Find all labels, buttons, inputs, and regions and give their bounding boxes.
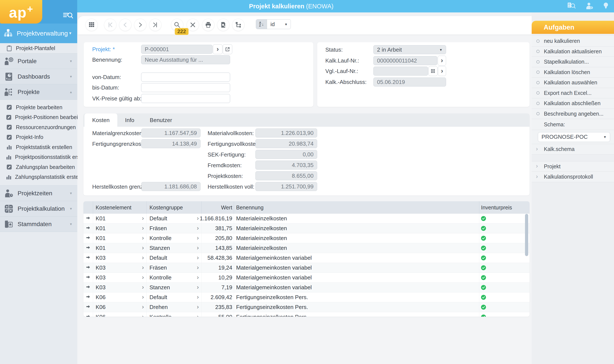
- goto-arrow-icon[interactable]: [86, 304, 90, 311]
- chevron-right-icon[interactable]: ›: [197, 264, 199, 271]
- print-preview-button[interactable]: [217, 19, 229, 31]
- table-header-benennung[interactable]: Benennung: [234, 201, 479, 214]
- chevron-right-icon[interactable]: ›: [197, 304, 199, 310]
- table-header-inventurpreis[interactable]: Inventurpreis: [479, 201, 524, 214]
- benennung-field[interactable]: Neue Ausstattung für ...: [141, 55, 230, 64]
- sidebar-item-projekt-plantafel[interactable]: Projekt-Plantafel: [0, 43, 77, 53]
- vgl-lauf-lookup-button[interactable]: ›: [438, 66, 446, 76]
- sidebar-item-projekt-info[interactable]: Projekt-Info: [0, 132, 77, 143]
- last-record-button[interactable]: [149, 19, 161, 31]
- task-kalkulation-loeschen[interactable]: Kalkulation löschen: [532, 67, 614, 78]
- goto-arrow-icon[interactable]: [86, 264, 90, 271]
- projektkosten-field[interactable]: 8.655,00: [255, 171, 317, 180]
- tab-info[interactable]: Info: [117, 114, 142, 127]
- table-row[interactable]: K03› Kontrolle› 10,29 Materialgemeinkost…: [84, 273, 530, 283]
- sidebar-group-projektzeiten[interactable]: Projektzeiten ▼: [0, 186, 77, 201]
- chevron-right-icon[interactable]: ›: [197, 225, 199, 231]
- chevron-right-icon[interactable]: ›: [197, 294, 199, 300]
- sek-fertigung-field[interactable]: 0,00: [255, 150, 317, 159]
- bis-datum-field[interactable]: [141, 83, 230, 92]
- chevron-right-icon[interactable]: ›: [197, 235, 199, 241]
- module-header[interactable]: Projektverwaltung ▼: [0, 24, 77, 43]
- chevron-right-icon[interactable]: ›: [142, 264, 144, 271]
- vgl-lauf-field[interactable]: [373, 66, 428, 76]
- task-neu-kalkulieren[interactable]: neu kalkulieren: [532, 36, 614, 46]
- table-header-kostengruppe[interactable]: Kostengruppe: [147, 201, 202, 214]
- herstellkosten-voll-field[interactable]: 1.251.700,99: [255, 182, 317, 191]
- kalk-lauf-lookup-button[interactable]: ›: [438, 56, 446, 65]
- goto-arrow-icon[interactable]: [86, 215, 90, 222]
- chevron-right-icon[interactable]: ›: [197, 274, 199, 280]
- chevron-right-icon[interactable]: ›: [142, 284, 144, 290]
- chevron-right-icon[interactable]: ›: [197, 245, 199, 251]
- projekt-field[interactable]: P-000001: [141, 45, 212, 54]
- table-row[interactable]: K01› Fräsen› 381,75 Materialeinzelkosten: [84, 223, 530, 234]
- table-header-kostenelement[interactable]: Kostenelement: [93, 201, 147, 214]
- sidebar-item-ressourcenzuordnungen[interactable]: Ressourcenzuordnungen: [0, 122, 77, 132]
- sidebar-item-projekte-bearbeiten[interactable]: Projekte bearbeiten: [0, 102, 77, 112]
- kalk-lauf-field[interactable]: 0000000011042: [373, 56, 437, 65]
- table-row[interactable]: K01› Stanzen› 143,85 Materialeinzelkoste…: [84, 243, 530, 253]
- projekt-open-button[interactable]: [223, 44, 232, 54]
- materialvollkosten-field[interactable]: 1.226.013,90: [255, 129, 317, 137]
- task-kalkulation-auswaehlen[interactable]: Kalkulation auswählen: [532, 78, 614, 88]
- table-row[interactable]: K06› Kontrolle› 55,00 Fertigungseinzelko…: [84, 312, 530, 317]
- sidebar-item-projektstatistik-erstellen[interactable]: Projektstatistik erstellen: [0, 142, 77, 152]
- first-record-button[interactable]: [104, 19, 116, 31]
- fremdkosten-field[interactable]: 4.703,35: [255, 161, 317, 169]
- previous-record-button[interactable]: [119, 19, 131, 31]
- tab-kosten[interactable]: Kosten: [84, 114, 117, 127]
- next-record-button[interactable]: [134, 19, 146, 31]
- link-projekt[interactable]: › Projekt: [532, 161, 614, 172]
- sidebar-group-dashboards[interactable]: Dashboards ▼: [0, 69, 77, 84]
- herstellkosten-grenz-field[interactable]: 1.181.686,08: [141, 182, 200, 191]
- table-row[interactable]: K06› Drehen› 235,83 Fertigungseinzelkost…: [84, 302, 530, 312]
- sidebar-group-stammdaten[interactable]: Stammdaten ▼: [0, 217, 77, 232]
- table-row[interactable]: K06› Default› 2.609,42 Fertigungseinzelk…: [84, 292, 530, 302]
- table-row[interactable]: K03› Fräsen› 19,24 Materialgemeinkosten …: [84, 263, 530, 273]
- status-dropdown[interactable]: 2 in Arbeit ▼: [373, 45, 446, 54]
- sidebar-group-projekte[interactable]: Projekte ▲: [0, 84, 77, 100]
- vk-preise-field[interactable]: [141, 94, 230, 103]
- print-button[interactable]: [202, 19, 214, 31]
- translate-search-icon[interactable]: AZ: [567, 2, 576, 10]
- goto-arrow-icon[interactable]: [86, 225, 90, 232]
- chevron-right-icon[interactable]: ›: [142, 215, 144, 221]
- goto-arrow-icon[interactable]: [86, 284, 90, 291]
- goto-arrow-icon[interactable]: [86, 245, 90, 251]
- chevron-right-icon[interactable]: ›: [142, 304, 144, 310]
- chevron-right-icon[interactable]: ›: [142, 274, 144, 280]
- task-stapelkalkulation[interactable]: Stapelkalkulation...: [532, 57, 614, 67]
- sidebar-item-projektpositionsstatistik[interactable]: Projektpositionsstatistik ers...: [0, 152, 77, 162]
- task-beschreibung-angeben[interactable]: Beschreibung angeben...: [532, 109, 614, 119]
- sidebar-group-projektkalkulation[interactable]: Projektkalkulation ▼: [0, 201, 77, 217]
- chevron-right-icon[interactable]: ›: [197, 284, 199, 290]
- kalk-abschluss-field[interactable]: 05.06.2019: [373, 78, 446, 87]
- vgl-lauf-grid-button[interactable]: [429, 66, 437, 76]
- tab-benutzer[interactable]: Benutzer: [142, 114, 180, 127]
- sidebar-item-zahlungsplan-bearbeiten[interactable]: Zahlungsplan bearbeiten: [0, 162, 77, 172]
- projekt-lookup-button[interactable]: ›: [213, 44, 223, 54]
- sidebar-group-portale[interactable]: Portale ▼: [0, 53, 77, 69]
- clear-button[interactable]: [187, 19, 199, 31]
- table-row[interactable]: K03› Stanzen› 7,19 Materialgemeinkosten …: [84, 283, 530, 292]
- sidebar-item-projekt-positionen-bearbeiten[interactable]: Projekt-Positionen bearbeiten: [0, 112, 77, 122]
- grid-view-button[interactable]: [85, 19, 98, 31]
- chevron-right-icon[interactable]: ›: [142, 294, 144, 300]
- chevron-right-icon[interactable]: ›: [142, 245, 144, 251]
- materialgrenzkosten-field[interactable]: 1.167.547,59: [141, 129, 200, 137]
- von-datum-field[interactable]: [141, 73, 230, 82]
- table-row[interactable]: K03› Default› 58.428,36 Materialgemeinko…: [84, 253, 530, 263]
- user-settings-icon[interactable]: [586, 2, 593, 10]
- chevron-right-icon[interactable]: ›: [142, 225, 144, 231]
- goto-arrow-icon[interactable]: [86, 294, 90, 301]
- app-logo[interactable]: ap+: [0, 0, 42, 24]
- link-kalkulationsprotokoll[interactable]: › Kalkulationsprotokoll: [532, 172, 614, 182]
- chevron-right-icon[interactable]: ›: [197, 314, 199, 317]
- table-row[interactable]: K01› Default› 1.166.816,19 Materialeinze…: [84, 214, 530, 223]
- schema-dropdown[interactable]: PROGNOSE-POC ▼: [538, 132, 610, 142]
- goto-arrow-icon[interactable]: [86, 274, 90, 281]
- chevron-right-icon[interactable]: ›: [197, 255, 199, 260]
- menu-search-icon[interactable]: [63, 11, 73, 20]
- sort-dropdown[interactable]: AZ↓ id ▼: [256, 19, 291, 29]
